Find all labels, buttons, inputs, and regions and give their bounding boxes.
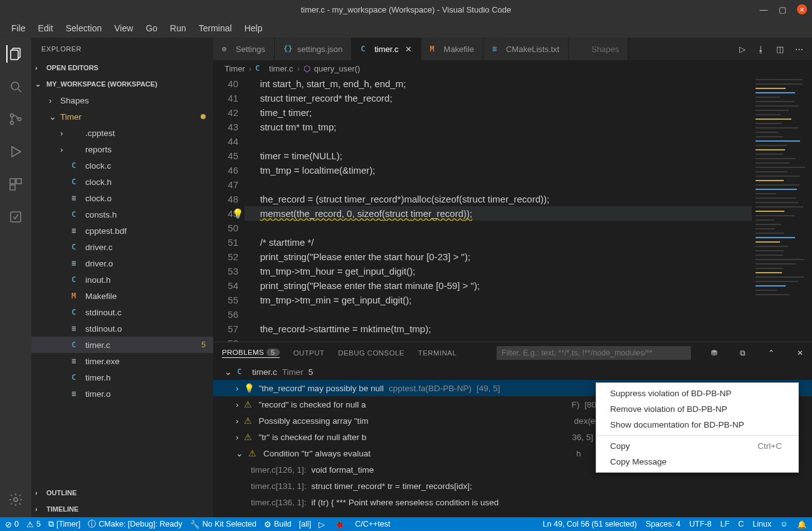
lightbulb-icon[interactable]: 💡 bbox=[232, 206, 244, 221]
panel-tab-debug[interactable]: DEBUG CONSOLE bbox=[338, 349, 404, 357]
file-row[interactable]: ≡driver.o bbox=[31, 255, 213, 271]
run-debug-icon[interactable] bbox=[7, 143, 24, 160]
menu-go[interactable]: Go bbox=[140, 22, 162, 34]
status-item[interactable]: C/C++test bbox=[355, 520, 390, 528]
menu-run[interactable]: Run bbox=[165, 22, 191, 34]
status-item[interactable]: C bbox=[738, 520, 744, 528]
minimize-icon[interactable]: — bbox=[759, 5, 768, 14]
problem-detail-row[interactable]: timer.c[131, 1]:struct timer_record* tr … bbox=[213, 478, 812, 494]
status-item[interactable]: ⧉[Timer] bbox=[48, 520, 80, 529]
source-control-icon[interactable] bbox=[7, 110, 24, 128]
editor-tab[interactable]: ≡CMakeLists.txt bbox=[483, 38, 569, 60]
panel-tab-terminal[interactable]: TERMINAL bbox=[418, 349, 456, 357]
status-item[interactable]: ⚙Build bbox=[264, 520, 292, 529]
close-icon[interactable]: × bbox=[797, 4, 807, 14]
maximize-icon[interactable]: ▢ bbox=[778, 5, 787, 14]
status-item[interactable]: Linux bbox=[752, 520, 771, 528]
file-type-icon: ⚙ bbox=[222, 45, 232, 53]
file-name: timer.exe bbox=[85, 357, 120, 366]
close-panel-icon[interactable]: ✕ bbox=[797, 349, 803, 357]
file-row[interactable]: Cinout.h bbox=[31, 271, 213, 288]
menu-view[interactable]: View bbox=[109, 22, 138, 34]
file-row[interactable]: ≡stdinout.o bbox=[31, 320, 213, 337]
status-item[interactable]: ⊘0 bbox=[5, 520, 19, 529]
folder-row[interactable]: ⌄Timer bbox=[31, 108, 213, 125]
settings-gear-icon[interactable] bbox=[7, 491, 24, 508]
filter-input[interactable] bbox=[497, 346, 691, 360]
file-row[interactable]: Cconsts.h bbox=[31, 206, 213, 223]
collapse-all-icon[interactable]: ⧉ bbox=[740, 349, 746, 357]
breadcrumbs[interactable]: Timer › C timer.c › ⬡ query_user() bbox=[213, 60, 812, 76]
status-item[interactable]: ⚠5 bbox=[26, 520, 41, 529]
panel-tab-output[interactable]: OUTPUT bbox=[293, 349, 325, 357]
svg-point-2 bbox=[11, 82, 19, 90]
feedback-icon[interactable]: ☺ bbox=[780, 520, 788, 528]
status-item[interactable]: UTF-8 bbox=[689, 520, 711, 528]
notifications-icon[interactable]: 🔔 bbox=[797, 520, 807, 529]
menu-selection[interactable]: Selection bbox=[61, 22, 107, 34]
status-item[interactable]: ⓘCMake: [Debug]: Ready bbox=[88, 519, 182, 530]
folder-row[interactable]: ›Shapes bbox=[31, 92, 213, 108]
menu-edit[interactable]: Edit bbox=[33, 22, 58, 34]
file-row[interactable]: Cdriver.c bbox=[31, 239, 213, 255]
status-item[interactable]: ▷ bbox=[319, 520, 327, 529]
editor-tab[interactable]: MMakefile bbox=[421, 38, 483, 60]
tab-label: Settings bbox=[236, 45, 265, 54]
search-icon[interactable] bbox=[7, 78, 24, 95]
cpptest-icon[interactable] bbox=[7, 208, 24, 226]
filter-icon[interactable]: ⛃ bbox=[711, 349, 717, 357]
status-item[interactable]: [all] bbox=[299, 520, 311, 528]
file-row[interactable]: ≡timer.o bbox=[31, 386, 213, 402]
problems-file-header[interactable]: ⌄Ctimer.cTimer5 bbox=[213, 364, 812, 380]
code-editor[interactable]: 40414243444546474849505152535455565758 💡… bbox=[213, 76, 812, 342]
section-open-editors[interactable]: ›OPEN EDITORS bbox=[31, 60, 213, 76]
run-icon[interactable]: ▷ bbox=[739, 45, 746, 54]
problem-detail-row[interactable]: timer.c[136, 1]:if (tr) { *** Point wher… bbox=[213, 494, 812, 510]
file-row[interactable]: Cclock.h bbox=[31, 174, 213, 190]
editor-tab[interactable]: ⚙Settings bbox=[213, 38, 275, 60]
status-item[interactable]: 🐞 bbox=[335, 520, 347, 529]
code-content[interactable]: 💡 int start_h, start_m, end_h, end_m; st… bbox=[250, 76, 752, 342]
minimap[interactable] bbox=[752, 76, 812, 342]
editor-tab[interactable]: {}settings.json bbox=[275, 38, 352, 60]
import-icon[interactable]: ⭳ bbox=[757, 45, 765, 54]
context-menu-item[interactable]: Copy Message bbox=[596, 454, 798, 470]
file-row[interactable]: Ctimer.c5 bbox=[31, 337, 213, 353]
menu-help[interactable]: Help bbox=[240, 22, 268, 34]
status-item[interactable]: 🔧No Kit Selected bbox=[190, 520, 256, 529]
file-row[interactable]: ›reports bbox=[31, 141, 213, 157]
breadcrumb-item[interactable]: timer.c bbox=[269, 64, 293, 73]
split-editor-icon[interactable]: ◫ bbox=[776, 45, 784, 54]
file-row[interactable]: ≡cpptest.bdf bbox=[31, 223, 213, 239]
chevron-up-icon[interactable]: ⌃ bbox=[768, 349, 774, 357]
section-timeline[interactable]: ›TIMELINE bbox=[31, 501, 213, 517]
context-menu-item[interactable]: CopyCtrl+C bbox=[596, 438, 798, 454]
file-row[interactable]: Cstdinout.c bbox=[31, 304, 213, 320]
explorer-icon[interactable] bbox=[6, 45, 24, 63]
status-item[interactable]: LF bbox=[720, 520, 730, 528]
file-row[interactable]: MMakefile bbox=[31, 288, 213, 304]
menu-terminal[interactable]: Terminal bbox=[194, 22, 237, 34]
context-menu-item[interactable]: Suppress violation of BD-PB-NP bbox=[596, 386, 798, 401]
status-item[interactable]: Ln 49, Col 56 (51 selected) bbox=[543, 520, 637, 528]
panel-tab-problems[interactable]: PROBLEMS5 bbox=[222, 349, 280, 358]
extensions-icon[interactable] bbox=[7, 176, 24, 193]
status-item[interactable]: Spaces: 4 bbox=[646, 520, 681, 528]
file-row[interactable]: ›.cpptest bbox=[31, 125, 213, 141]
more-icon[interactable]: ⋯ bbox=[795, 45, 803, 54]
file-row[interactable]: ≡clock.o bbox=[31, 190, 213, 206]
editor-tab[interactable]: Shapes bbox=[569, 38, 628, 60]
bottom-panel: PROBLEMS5 OUTPUT DEBUG CONSOLE TERMINAL … bbox=[213, 342, 812, 517]
file-row[interactable]: Cclock.c bbox=[31, 157, 213, 174]
section-workspace[interactable]: ⌄MY_WORKSPACE (WORKSPACE) bbox=[31, 76, 213, 92]
file-row[interactable]: ≡timer.exe bbox=[31, 353, 213, 369]
close-tab-icon[interactable]: ✕ bbox=[405, 45, 412, 54]
section-outline[interactable]: ›OUTLINE bbox=[31, 485, 213, 501]
context-menu-item[interactable]: Show documentation for BD-PB-NP bbox=[596, 417, 798, 433]
menu-file[interactable]: File bbox=[6, 22, 31, 34]
breadcrumb-item[interactable]: query_user() bbox=[314, 64, 361, 73]
breadcrumb-item[interactable]: Timer bbox=[224, 64, 245, 73]
file-row[interactable]: Ctimer.h bbox=[31, 369, 213, 386]
editor-tab[interactable]: Ctimer.c✕ bbox=[352, 38, 421, 60]
context-menu-item[interactable]: Remove violation of BD-PB-NP bbox=[596, 401, 798, 417]
